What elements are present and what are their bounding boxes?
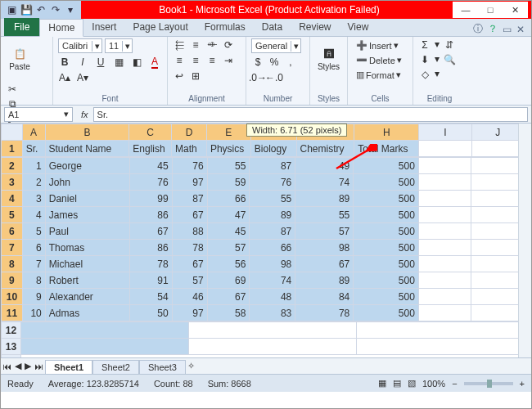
- col-header[interactable]: J: [471, 124, 524, 141]
- styles-icon: 🅰: [322, 47, 336, 61]
- minimize-ribbon-icon[interactable]: ⓘ: [473, 22, 483, 36]
- fx-icon[interactable]: fx: [76, 110, 93, 119]
- percent-icon[interactable]: %: [268, 56, 281, 69]
- sort-filter-icon[interactable]: ⇵: [443, 38, 456, 52]
- table-row: 10 9 Alexander 54 46 67 48 84 500: [2, 289, 525, 305]
- align-bottom-icon[interactable]: ⬲: [205, 38, 219, 52]
- table-row: 6 5 Paul 67 88 45 87 57 500: [2, 223, 525, 240]
- italic-icon[interactable]: I: [76, 56, 89, 69]
- spreadsheet-grid[interactable]: A B C D E F G H I J 1 Sr. Student Name E…: [1, 124, 531, 357]
- view-page-layout-icon[interactable]: ▤: [393, 378, 401, 389]
- excel-icon: ▣: [6, 4, 17, 16]
- sheet-nav-last-icon[interactable]: ⏭: [33, 362, 45, 371]
- align-top-icon[interactable]: ⬱: [173, 38, 186, 52]
- group-editing: Σ▾⇵ ⬇▾🔍 ◇▾ Editing: [413, 37, 466, 105]
- redo-icon[interactable]: ↷: [50, 4, 61, 16]
- shrink-font-icon[interactable]: A▾: [76, 71, 89, 84]
- table-row: 7 6 Thomas 86 78 57 66 98 500: [2, 240, 525, 256]
- name-box[interactable]: A1▾: [4, 107, 73, 122]
- align-left-icon[interactable]: ≡: [173, 54, 186, 67]
- bold-icon[interactable]: B: [58, 56, 71, 69]
- qat-dropdown-icon[interactable]: ▾: [65, 4, 76, 16]
- status-count: Count: 88: [154, 379, 193, 389]
- view-page-break-icon[interactable]: ▧: [408, 378, 416, 389]
- align-right-icon[interactable]: ≡: [205, 54, 219, 67]
- view-normal-icon[interactable]: ▦: [378, 378, 386, 389]
- col-header[interactable]: B: [45, 124, 129, 141]
- cut-icon[interactable]: ✂: [6, 83, 19, 96]
- tab-formulas[interactable]: Formulas: [196, 18, 254, 36]
- wrap-text-icon[interactable]: ↩: [173, 70, 186, 83]
- maximize-button[interactable]: □: [479, 2, 502, 18]
- fill-icon[interactable]: ⬇: [418, 53, 431, 66]
- zoom-level[interactable]: 100%: [422, 379, 445, 389]
- col-header[interactable]: H: [354, 124, 419, 141]
- help-icon[interactable]: ？: [488, 22, 498, 36]
- clear-icon[interactable]: ◇: [418, 68, 431, 81]
- col-header[interactable]: E: [206, 124, 250, 141]
- comma-icon[interactable]: ,: [284, 56, 297, 69]
- zoom-in-icon[interactable]: +: [520, 379, 525, 389]
- tab-insert[interactable]: Insert: [83, 18, 124, 36]
- find-icon[interactable]: 🔍: [443, 53, 456, 66]
- column-width-tooltip: Width: 6.71 (52 pixels): [246, 124, 347, 137]
- col-header[interactable]: I: [419, 124, 471, 141]
- tab-view[interactable]: View: [340, 18, 377, 36]
- font-size-combo[interactable]: 11▾: [105, 38, 133, 53]
- delete-cells-button[interactable]: ➖Delete▾: [353, 53, 405, 67]
- paste-button[interactable]: 📋 Paste: [6, 38, 34, 79]
- decrease-decimal-icon[interactable]: ←.0: [268, 71, 281, 84]
- number-format-combo[interactable]: General▾: [251, 38, 301, 53]
- border-icon[interactable]: ▦: [112, 56, 125, 69]
- table-row: 9 8 Robert 91 57 69 74 89 500: [2, 272, 525, 289]
- currency-icon[interactable]: $: [251, 56, 264, 69]
- sheet-tab-1[interactable]: Sheet1: [45, 360, 92, 374]
- status-sum: Sum: 8668: [208, 379, 251, 389]
- tab-home[interactable]: Home: [39, 19, 83, 37]
- align-center-icon[interactable]: ≡: [189, 54, 202, 67]
- table-row: 11 10 Admas 50 97 58 83 78 500: [2, 305, 525, 321]
- tab-data[interactable]: Data: [254, 18, 291, 36]
- undo-icon[interactable]: ↶: [35, 4, 47, 16]
- fill-color-icon[interactable]: ◧: [130, 56, 143, 69]
- sheet-tab-2[interactable]: Sheet2: [92, 360, 139, 374]
- tab-file[interactable]: File: [4, 18, 39, 36]
- align-middle-icon[interactable]: ≡: [189, 38, 202, 52]
- sheet-tab-3[interactable]: Sheet3: [139, 360, 186, 374]
- annotation-arrow-icon: [312, 144, 377, 185]
- zoom-out-icon[interactable]: −: [452, 379, 457, 389]
- svg-line-0: [336, 146, 376, 169]
- styles-button[interactable]: 🅰 Styles: [315, 38, 342, 79]
- merge-icon[interactable]: ⊞: [189, 70, 202, 83]
- grow-font-icon[interactable]: A▴: [58, 71, 71, 84]
- close-button[interactable]: ✕: [503, 2, 526, 18]
- indent-icon[interactable]: ⇥: [222, 54, 235, 67]
- sheet-nav-prev-icon[interactable]: ◀: [13, 361, 23, 371]
- col-header[interactable]: A: [22, 124, 45, 141]
- format-cells-button[interactable]: ▥Format▾: [353, 68, 404, 82]
- formula-input[interactable]: Sr.: [93, 107, 528, 122]
- col-header[interactable]: D: [172, 124, 207, 141]
- select-all-corner[interactable]: [2, 124, 23, 141]
- underline-icon[interactable]: U: [94, 56, 107, 69]
- font-name-combo[interactable]: Calibri▾: [58, 38, 102, 53]
- sheet-nav-first-icon[interactable]: ⏮: [1, 362, 13, 371]
- new-sheet-icon[interactable]: ✧: [186, 361, 196, 371]
- col-header[interactable]: C: [129, 124, 172, 141]
- minimize-button[interactable]: —: [454, 2, 477, 18]
- vertical-scrollbar[interactable]: [518, 124, 531, 357]
- autosum-icon[interactable]: Σ: [418, 38, 431, 52]
- save-icon[interactable]: 💾: [20, 4, 32, 16]
- tab-review[interactable]: Review: [291, 18, 339, 36]
- sheet-nav-next-icon[interactable]: ▶: [23, 361, 33, 371]
- increase-decimal-icon[interactable]: .0→: [251, 71, 264, 84]
- orientation-icon[interactable]: ⟳: [222, 38, 235, 52]
- tab-page-layout[interactable]: Page Layout: [124, 18, 196, 36]
- close-workbook-icon[interactable]: ✕: [516, 24, 525, 35]
- window-buttons: — □ ✕: [453, 2, 528, 18]
- status-ready: Ready: [7, 379, 34, 389]
- restore-window-icon[interactable]: ▭: [503, 24, 512, 35]
- insert-cells-button[interactable]: ➕Insert▾: [353, 38, 402, 52]
- zoom-slider[interactable]: [464, 382, 513, 385]
- font-color-icon[interactable]: A: [148, 56, 161, 69]
